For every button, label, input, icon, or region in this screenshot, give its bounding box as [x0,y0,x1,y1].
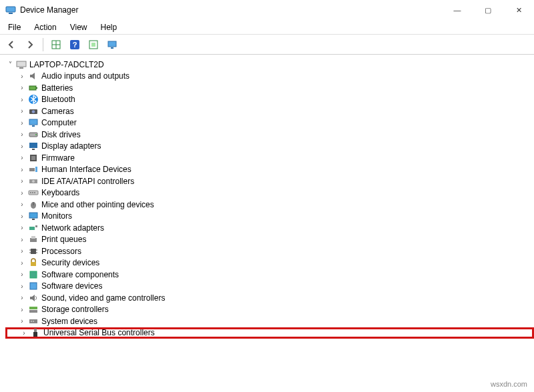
expand-toggle[interactable]: › [17,235,27,244]
expand-toggle[interactable]: › [17,247,27,256]
grid-icon [51,39,61,50]
svg-rect-1 [9,13,13,14]
tree-node-mice[interactable]: ›Mice and other pointing devices [5,199,534,211]
keyboards-icon [28,187,39,198]
menu-file[interactable]: File [3,21,26,33]
expand-toggle[interactable]: › [17,107,27,116]
device-tree[interactable]: ˅ LAPTOP-7ADCLT2D ›Audio inputs and outp… [0,56,534,339]
expand-toggle[interactable]: › [17,223,27,233]
svg-text:?: ? [73,41,77,49]
svg-rect-55 [33,332,37,337]
tree-node-firmware[interactable]: ›Firmware [5,152,534,164]
expand-toggle[interactable]: › [17,293,27,303]
tree-node-ide[interactable]: ›IDE ATA/ATAPI controllers [5,175,534,187]
expand-toggle[interactable]: ˅ [5,60,15,69]
tree-node-keyboards[interactable]: ›Keyboards [5,187,534,199]
cameras-icon [28,106,39,117]
computer-icon [16,59,27,70]
tree-node-monitors[interactable]: ›Monitors [5,211,534,223]
storage-icon [28,304,39,315]
svg-rect-22 [32,149,35,150]
expand-toggle[interactable]: › [17,281,27,291]
node-label: Firmware [41,153,75,163]
expand-toggle[interactable]: › [17,130,27,139]
expand-toggle[interactable]: › [17,211,27,221]
tree-node-batteries[interactable]: ›Batteries [5,82,534,94]
close-button[interactable]: ✕ [503,0,534,20]
monitor-button[interactable] [105,37,119,52]
expand-toggle[interactable]: › [19,328,29,337]
tree-node-computer[interactable]: ›Computer [5,117,534,129]
help-button[interactable]: ? [67,37,82,52]
tree-node-storage[interactable]: ›Storage controllers [5,304,534,316]
tree-node-printqueues[interactable]: ›Print queues [5,234,534,246]
computer-icon [28,117,39,128]
monitors-icon [28,211,39,221]
tree-node-softdev[interactable]: ›Software devices [5,281,534,293]
menu-action[interactable]: Action [29,21,61,33]
svg-rect-8 [108,41,116,47]
svg-rect-47 [30,271,37,278]
svg-rect-21 [29,143,37,148]
expand-toggle[interactable]: › [17,200,27,209]
node-label: Storage controllers [41,305,109,314]
tree-node-network[interactable]: ›Network adapters [5,222,534,234]
tree-root[interactable]: ˅ LAPTOP-7ADCLT2D [5,59,534,71]
expand-toggle[interactable]: › [17,95,27,104]
expand-toggle[interactable]: › [17,141,27,151]
tree-node-display[interactable]: ›Display adapters [5,141,534,153]
svg-point-52 [31,321,32,322]
expand-toggle[interactable]: › [17,71,27,81]
node-label: IDE ATA/ATAPI controllers [41,177,134,186]
expand-toggle[interactable]: › [17,317,27,326]
minimize-button[interactable]: — [442,0,473,20]
maximize-button[interactable]: ▢ [473,0,503,20]
svg-rect-0 [6,7,15,12]
tree-node-system[interactable]: ›System devices [5,315,534,327]
svg-rect-9 [111,47,113,49]
node-label: Bluetooth [41,95,75,104]
node-label: Security devices [41,258,99,267]
tree-node-security[interactable]: ›Security devices [5,257,534,269]
node-label: Batteries [41,83,73,93]
firmware-icon [28,153,39,163]
svg-rect-30 [30,192,31,193]
tree-node-usb[interactable]: ›Universal Serial Bus controllers [5,327,534,339]
forward-button[interactable] [23,37,37,52]
expand-toggle[interactable]: › [17,270,27,279]
node-label: Cameras [41,107,74,116]
svg-rect-35 [29,213,37,218]
tree-node-cameras[interactable]: ›Cameras [5,105,534,117]
node-label: Software devices [41,281,102,291]
expand-toggle[interactable]: › [17,258,27,267]
show-hidden-button[interactable] [49,37,63,52]
menu-help[interactable]: Help [95,21,123,33]
grid-refresh-icon [88,39,99,50]
expand-toggle[interactable]: › [17,177,27,186]
scan-button[interactable] [86,37,101,52]
expand-toggle[interactable]: › [17,305,27,314]
expand-toggle[interactable]: › [17,165,27,174]
tree-node-disks[interactable]: ›Disk drives [5,129,534,141]
tree-node-hid[interactable]: ›Human Interface Devices [5,164,534,176]
node-label: Display adapters [41,141,101,151]
svg-rect-24 [31,156,35,160]
expand-toggle[interactable]: › [17,83,27,93]
back-button[interactable] [4,37,19,52]
node-label: Mice and other pointing devices [41,200,154,209]
expand-toggle[interactable]: › [17,118,27,127]
tree-node-sound[interactable]: ›Sound, video and game controllers [5,292,534,304]
tree-node-audio[interactable]: ›Audio inputs and outputs [5,71,534,83]
node-label: Processors [41,247,81,256]
expand-toggle[interactable]: › [17,153,27,163]
tree-node-bluetooth[interactable]: ›Bluetooth [5,94,534,106]
tree-node-processors[interactable]: ›Processors [5,245,534,257]
mice-icon [28,199,39,210]
svg-rect-25 [29,168,35,171]
node-label: Universal Serial Bus controllers [43,328,155,337]
menu-view[interactable]: View [65,21,93,33]
arrow-left-icon [6,39,17,50]
expand-toggle[interactable]: › [17,188,27,197]
tree-node-softcomp[interactable]: ›Software components [5,269,534,281]
softcomp-icon [28,269,39,280]
